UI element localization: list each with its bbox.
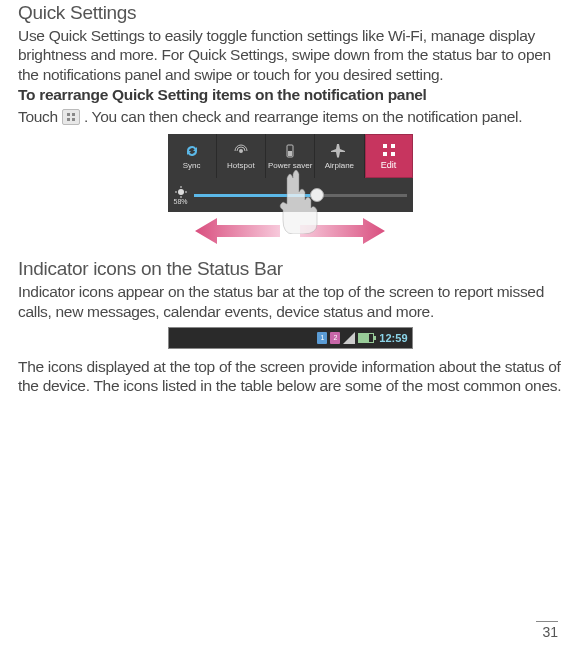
brightness-value: 58% [174, 198, 188, 205]
sim2-icon: 2 [330, 332, 340, 344]
quick-settings-heading: Quick Settings [18, 2, 562, 24]
power-saver-icon [282, 143, 298, 159]
touch-instruction: Touch . You can then check and rearrange… [18, 108, 562, 126]
qs-edit-button[interactable]: Edit [365, 134, 413, 178]
svg-rect-7 [383, 144, 387, 148]
hand-gesture-icon [268, 164, 328, 234]
svg-rect-9 [383, 152, 387, 156]
rearrange-heading: To rearrange Quick Setting items on the … [18, 86, 562, 104]
svg-rect-8 [391, 144, 395, 148]
svg-rect-0 [67, 113, 70, 116]
battery-icon [358, 333, 374, 343]
quick-settings-figure: Sync Hotspot Power saver Airplane Edit [168, 134, 413, 244]
status-time: 12:59 [379, 332, 407, 344]
qs-label: Sync [183, 161, 201, 170]
sync-icon [184, 143, 200, 159]
qs-item-sync[interactable]: Sync [168, 134, 217, 178]
svg-rect-1 [72, 113, 75, 116]
touch-text-before: Touch [18, 108, 58, 126]
indicator-desc2: The icons displayed at the top of the sc… [18, 357, 562, 396]
svg-point-4 [239, 149, 243, 153]
qs-item-hotspot[interactable]: Hotspot [217, 134, 266, 178]
quick-settings-desc: Use Quick Settings to easily toggle func… [18, 26, 562, 84]
edit-icon [62, 109, 80, 125]
svg-rect-2 [67, 118, 70, 121]
page-number: 31 [536, 621, 558, 640]
qs-label: Airplane [325, 161, 354, 170]
edit-button-icon [381, 142, 397, 158]
qs-label: Hotspot [227, 161, 255, 170]
svg-rect-3 [72, 118, 75, 121]
qs-edit-label: Edit [381, 160, 397, 170]
airplane-icon [331, 143, 347, 159]
svg-point-11 [178, 189, 184, 195]
hotspot-icon [233, 143, 249, 159]
svg-rect-6 [288, 151, 292, 156]
signal-icon [343, 332, 355, 344]
status-bar-figure: 1 2 12:59 [168, 327, 413, 349]
touch-text-after: . You can then check and rearrange items… [84, 108, 522, 126]
svg-rect-10 [391, 152, 395, 156]
brightness-badge: 58% [174, 186, 188, 205]
sim1-icon: 1 [317, 332, 327, 344]
indicator-desc1: Indicator icons appear on the status bar… [18, 282, 562, 321]
indicator-heading: Indicator icons on the Status Bar [18, 258, 562, 280]
